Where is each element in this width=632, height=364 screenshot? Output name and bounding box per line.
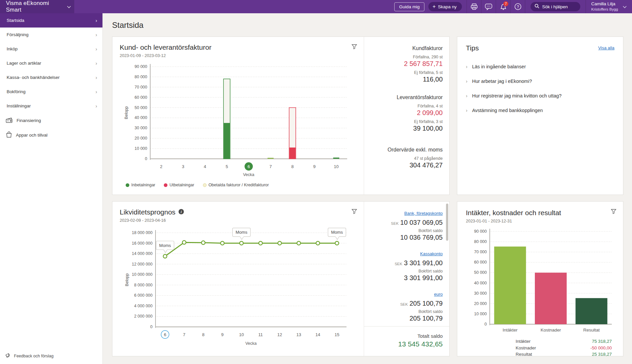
guide-me-button[interactable]: Guida mig: [394, 2, 425, 11]
svg-text:9: 9: [313, 164, 315, 169]
tip-item-avstamning-bankkoppling[interactable]: › Avstämning med bankkopplingen: [466, 108, 614, 113]
app-switcher[interactable]: Visma eEkonomi Smart: [0, 0, 74, 13]
filter-icon[interactable]: [611, 209, 616, 215]
feedback-label: Feedback och förslag: [14, 354, 54, 358]
create-new-label: Skapa ny: [438, 4, 457, 9]
sidebar-item-label: Kassa- och bankhändelser: [7, 75, 60, 80]
invoices-chart-area: Kund- och leverantörsfakturor 2023-01-09…: [112, 37, 364, 195]
data-point: [335, 241, 339, 245]
svg-text:10 000: 10 000: [135, 146, 147, 151]
help-button[interactable]: ?: [510, 0, 525, 13]
invoices-bar-chart: 10 00020 00030 00040 00050 00060 00070 0…: [120, 62, 362, 180]
svg-text:60 000: 60 000: [474, 260, 487, 265]
summary-label: Kostnader: [516, 345, 536, 351]
summary-row-resultat: Resultat 25 318,27: [516, 351, 612, 358]
feedback-link[interactable]: Feedback och förslag: [0, 348, 102, 364]
svg-text:18 000 000: 18 000 000: [132, 230, 153, 235]
info-icon[interactable]: i: [178, 209, 184, 216]
chevron-right-icon: ›: [95, 60, 97, 66]
tip-item-ingaende-balanser[interactable]: › Läs in ingående balanser: [466, 64, 614, 69]
sidebar-item-forsaljning[interactable]: Försäljning›: [0, 28, 102, 42]
not-due-label: Ej förfallna, 5 st: [367, 70, 443, 75]
account-link[interactable]: euro: [434, 292, 443, 297]
invoices-date-range: 2023-01-09 - 2023-03-12: [120, 53, 362, 58]
not-due-value: 116,00: [367, 76, 443, 83]
invoices-chart-svg: 10 00020 00030 00040 00050 00060 00070 0…: [120, 62, 352, 179]
bar-filled: [289, 148, 295, 159]
total-balance-section: Totalt saldo 13 545 432,65: [364, 326, 449, 348]
accounts-panel: Bank, företagskonto SEK10 037 069,05 Bok…: [364, 202, 449, 356]
chevron-right-icon: ›: [466, 79, 468, 84]
legend-label: Utbetalningar: [169, 183, 194, 187]
sidebar-item-kassa-och-bankhandelser[interactable]: Kassa- och bankhändelser›: [0, 70, 102, 85]
data-point: [297, 241, 301, 245]
bar-resultat: [576, 298, 607, 324]
supplier-invoices-section: Leverantörsfakturor Förfallna, 4 st 2 09…: [367, 94, 443, 132]
sidebar-item-finansiering[interactable]: Finansiering: [0, 113, 102, 128]
sidebar-item-startsida[interactable]: Startsida›: [0, 13, 102, 28]
chevron-down-icon: [623, 4, 627, 10]
print-button[interactable]: [467, 0, 481, 13]
invoices-summary-panel: Kundfakturor Förfallna, 290 st 2 567 857…: [364, 37, 449, 195]
help-search-button[interactable]: Sök i hjälpen: [531, 2, 580, 11]
red-dot-icon: [164, 183, 167, 187]
sidebar-item-lager-och-artiklar[interactable]: Lager och artiklar›: [0, 56, 102, 70]
liquidity-chart-svg: 2 000 0004 000 0006 000 0008 000 00010 0…: [120, 225, 352, 348]
svg-text:10 000 000: 10 000 000: [132, 272, 153, 277]
chat-button[interactable]: [481, 0, 496, 13]
filter-icon[interactable]: [351, 209, 357, 215]
sidebar-item-appar-och-tillval[interactable]: Appar och tillval: [0, 128, 102, 142]
svg-text:10 000: 10 000: [474, 312, 487, 316]
megaphone-icon: [5, 352, 11, 359]
account-link[interactable]: Bank, företagskonto: [404, 211, 443, 216]
svg-text:7: 7: [183, 332, 185, 337]
user-menu[interactable]: Camilla Lilja Kristoffers Bygg: [586, 0, 632, 13]
topbar-spacer: [74, 0, 394, 13]
topbar: Visma eEkonomi Smart Guida mig + Skapa n…: [0, 0, 632, 13]
filter-icon[interactable]: [351, 44, 357, 51]
chevron-right-icon: ›: [95, 75, 97, 80]
create-new-button[interactable]: + Skapa ny: [428, 2, 462, 11]
tip-item-kvitton-och-uttag[interactable]: › Hur registrerar jag mina kvitton och u…: [466, 93, 614, 98]
not-due-value: 39 100,00: [367, 125, 443, 132]
sidebar-item-inkop[interactable]: Inköp›: [0, 42, 102, 56]
total-balance-label: Totalt saldo: [367, 333, 443, 339]
data-point: [240, 241, 243, 245]
invoices-card: Kund- och leverantörsfakturor 2023-01-09…: [112, 36, 450, 195]
sidebar-item-installningar[interactable]: Inställningar›: [0, 99, 102, 113]
accounts-scrollbar[interactable]: [446, 204, 448, 241]
svg-text:8 000 000: 8 000 000: [134, 283, 153, 287]
svg-text:20 000: 20 000: [135, 136, 147, 141]
svg-text:Belopp: Belopp: [124, 106, 129, 119]
summary-row-intakter: Intäkter 75 318,27: [516, 338, 612, 345]
tip-item-arbeta-i-eekonomi[interactable]: › Hur arbetar jag i eEkonomi?: [466, 79, 614, 84]
chat-bubble-icon: [485, 3, 492, 10]
liquidity-chart-area: Likviditetsprognos i 2023-02-09 - 2023-0…: [112, 202, 364, 356]
show-all-link[interactable]: Visa alla: [598, 45, 614, 50]
svg-text:Resultat: Resultat: [583, 328, 600, 333]
result-card: Intäkter, kostnader och resultat 2023-01…: [457, 201, 623, 356]
liquidity-card-title: Likviditetsprognos: [120, 208, 175, 216]
account-link[interactable]: Kassakonto: [420, 251, 443, 256]
data-point: [182, 241, 186, 244]
data-point: [202, 241, 205, 244]
booked-balance-label: Bokfört saldo: [367, 309, 443, 314]
page-title: Startsida: [112, 21, 623, 30]
sidebar-item-label: Startsida: [7, 18, 24, 23]
sidebar-item-label: Inköp: [7, 46, 18, 51]
accounts-scroll-area[interactable]: Bank, företagskonto SEK10 037 069,05 Bok…: [364, 202, 449, 326]
svg-text:6: 6: [247, 164, 250, 169]
order-value: 304 476,27: [367, 161, 443, 169]
tip-label: Avstämning med bankkopplingen: [472, 108, 543, 113]
booked-balance-label: Bokfört saldo: [367, 228, 443, 233]
notifications-button[interactable]: 7: [496, 0, 510, 13]
sidebar-item-bokforing[interactable]: Bokföring›: [0, 85, 102, 99]
chevron-right-icon: ›: [95, 18, 97, 23]
banknotes-icon: [5, 117, 13, 124]
notification-badge: 7: [503, 1, 508, 6]
svg-text:20 000: 20 000: [474, 301, 487, 306]
data-point: [316, 241, 320, 245]
chevron-right-icon: ›: [466, 108, 468, 113]
total-balance-value: 13 545 432,65: [367, 340, 443, 348]
help-search-area: Sök i hjälpen: [525, 0, 586, 13]
